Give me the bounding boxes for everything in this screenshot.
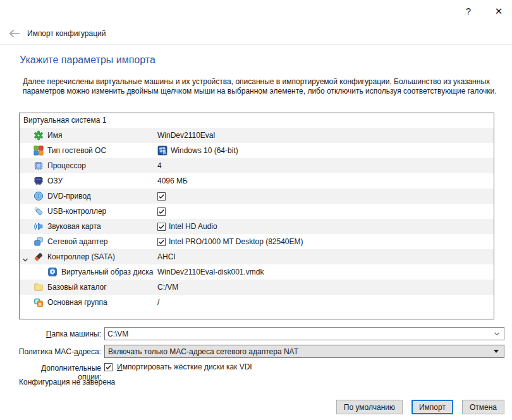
header-separator: [0, 44, 512, 45]
machine-folder-label: Папка машины:: [18, 330, 101, 338]
row-value: Windows 10 (64-bit): [171, 146, 238, 155]
row-value: Intel HD Audio: [169, 222, 217, 231]
dvd-icon: [34, 191, 44, 201]
usb-checkbox[interactable]: [157, 207, 166, 216]
cancel-button[interactable]: Отмена: [462, 400, 504, 414]
row-value: WinDev2110Eval: [157, 131, 215, 140]
page-description: Далее перечислены виртуальные машины и и…: [23, 77, 501, 96]
row-value: AHCI: [157, 252, 176, 261]
row-label: Виртуальный образ диска: [61, 268, 153, 276]
table-row-primary-group[interactable]: a Основная группа /: [20, 295, 494, 310]
network-icon: [34, 237, 44, 247]
table-row-ram[interactable]: ОЗУ 4096 МБ: [20, 173, 494, 188]
footer-buttons: По умолчанию Импорт Отмена: [336, 400, 504, 414]
row-label: Тип гостевой ОС: [47, 146, 106, 155]
disk-image-icon: [47, 267, 58, 277]
row-label: Процессор: [47, 161, 86, 170]
vm-settings-table: Виртуальная система 1 Имя WinDev2110Eval…: [19, 113, 494, 319]
import-as-vdi-checkbox[interactable]: [104, 363, 113, 371]
mac-policy-label: Политика MAC-адреса:: [18, 347, 101, 356]
sata-icon: [34, 252, 44, 262]
network-checkbox[interactable]: [157, 238, 166, 246]
dvd-checkbox[interactable]: [157, 192, 166, 201]
os-type-icon: [34, 145, 44, 156]
table-row-audio[interactable]: Звуковая карта Intel HD Audio: [20, 219, 494, 234]
chevron-down-icon[interactable]: [22, 256, 28, 265]
usb-icon: [34, 206, 44, 216]
row-label: Сетевой адаптер: [47, 237, 107, 246]
table-row-usb[interactable]: USB-контроллер: [20, 204, 494, 219]
chevron-down-icon[interactable]: [493, 330, 501, 338]
row-label: Основная группа: [47, 298, 107, 307]
table-row-network[interactable]: Сетевой адаптер Intel PRO/1000 MT Deskto…: [20, 234, 494, 249]
audio-icon: [34, 221, 44, 232]
back-arrow-icon[interactable]: [9, 29, 20, 38]
signature-note: Конфигурация не заверена: [19, 378, 115, 386]
row-label: USB-контроллер: [47, 207, 106, 216]
dropdown-arrow-icon: [494, 350, 499, 353]
machine-folder-value: C:\VM: [105, 330, 493, 338]
row-label: Базовый каталог: [47, 283, 107, 292]
row-value: 4096 МБ: [157, 176, 188, 185]
row-label: Звуковая карта: [47, 222, 101, 231]
windows10-icon: 10: [157, 145, 168, 156]
cpu-icon: [34, 161, 44, 171]
wizard-header: Импорт конфигураций: [9, 29, 106, 38]
table-row-name[interactable]: Имя WinDev2110Eval: [20, 128, 494, 143]
row-value: Intel PRO/1000 MT Desktop (82540EM): [169, 237, 303, 246]
row-value: C:/VM: [157, 283, 178, 292]
vm-name-icon: [34, 130, 44, 140]
row-label: Имя: [47, 131, 62, 140]
svg-text:10: 10: [162, 151, 166, 155]
table-row-dvd[interactable]: DVD-привод: [20, 188, 494, 204]
group-icon: a: [34, 297, 44, 307]
wizard-title: Импорт конфигураций: [27, 29, 106, 38]
page-title: Укажите параметры импорта: [20, 54, 155, 66]
table-row-disk-image[interactable]: Виртуальный образ диска WinDev2110Eval-d…: [20, 264, 494, 280]
table-row-base-folder[interactable]: Базовый каталог C:/VM: [20, 280, 494, 295]
audio-checkbox[interactable]: [157, 223, 166, 231]
import-button[interactable]: Импорт: [411, 400, 453, 414]
table-row-cpu[interactable]: Процессор 4: [20, 158, 494, 173]
machine-folder-combobox[interactable]: C:\VM: [104, 327, 504, 340]
mac-policy-value: Включать только MAC-адреса сетевого адап…: [105, 347, 494, 356]
table-row-sata-controller[interactable]: Контроллер (SATA) AHCI: [20, 249, 494, 264]
import-appliance-dialog: ? ✕ Импорт конфигураций Укажите параметр…: [0, 0, 512, 420]
mac-policy-dropdown[interactable]: Включать только MAC-адреса сетевого адап…: [104, 345, 504, 358]
help-button[interactable]: ?: [460, 3, 477, 18]
folder-icon: [34, 282, 44, 292]
table-row-os-type[interactable]: Тип гостевой ОС 10 Windows 10 (64-bit): [20, 143, 494, 158]
row-value: /: [157, 298, 159, 307]
close-button[interactable]: ✕: [491, 3, 507, 18]
defaults-button[interactable]: По умолчанию: [336, 400, 403, 414]
row-label: Контроллер (SATA): [47, 252, 115, 261]
row-label: DVD-привод: [47, 192, 91, 201]
import-as-vdi-label[interactable]: Импортировать жёсткие диски как VDI: [117, 362, 252, 371]
table-header: Виртуальная система 1: [20, 113, 494, 128]
row-value: 4: [157, 161, 162, 170]
row-label: ОЗУ: [47, 176, 63, 185]
row-value: WinDev2110Eval-disk001.vmdk: [157, 268, 264, 276]
ram-icon: [34, 176, 44, 186]
